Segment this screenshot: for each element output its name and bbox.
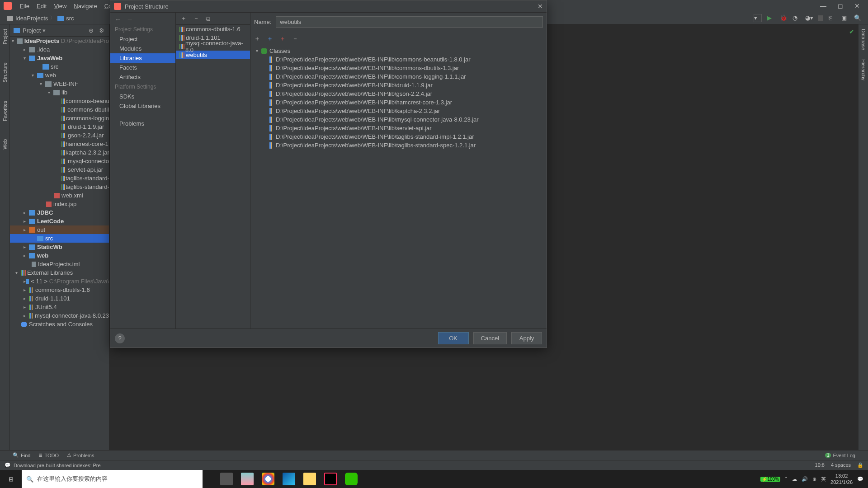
tree-jar[interactable]: mysql-connecto — [10, 157, 109, 165]
nav-global-libs[interactable]: Global Libraries — [110, 101, 175, 111]
task-view-icon[interactable] — [220, 473, 233, 485]
tree-jar[interactable]: hamcrest-core-1. — [10, 140, 109, 148]
tree-indexjsp[interactable]: index.jsp — [10, 200, 109, 208]
wechat-icon[interactable] — [345, 473, 358, 485]
cancel-button[interactable]: Cancel — [473, 332, 507, 344]
breadcrumb-root[interactable]: IdeaProjects — [15, 15, 48, 22]
tree-root[interactable]: ▾IdeaProjects D:\Project\IdeaPro — [10, 37, 109, 45]
intellij-icon[interactable] — [324, 473, 337, 485]
tab-eventlog[interactable]: 1Event Log — [825, 453, 855, 458]
classes-node[interactable]: ▾Classes — [254, 47, 543, 55]
tree-out[interactable]: ▸out — [10, 225, 109, 234]
tool-project[interactable]: Project — [2, 29, 8, 44]
add-excl-icon[interactable]: ＋ — [279, 35, 286, 43]
tree-webxml[interactable]: web.xml — [10, 191, 109, 200]
tree-jar[interactable]: commons-beanu — [10, 97, 109, 105]
tree-javaweb[interactable]: ▾JavaWeb — [10, 54, 109, 62]
volume-icon[interactable]: 🔊 — [802, 476, 808, 482]
tool-web[interactable]: Web — [2, 139, 8, 149]
tab-find[interactable]: 🔍Find — [13, 452, 30, 458]
tree-src2[interactable]: src — [10, 234, 109, 243]
tree-scratches[interactable]: Scratches and Consoles — [10, 320, 109, 328]
menu-file[interactable]: File — [16, 3, 33, 9]
close-icon[interactable]: ✕ — [538, 3, 543, 10]
start-button[interactable]: ⊞ — [0, 470, 22, 488]
tree-extlib[interactable]: ▸mysql-connector-java-8.0.23 — [10, 311, 109, 320]
profiler-icon[interactable]: ◕▾ — [805, 14, 812, 22]
nav-facets[interactable]: Facets — [110, 63, 175, 72]
tree-jar[interactable]: commons-dbutil — [10, 105, 109, 114]
run-config-dropdown[interactable]: ▾ — [754, 14, 762, 22]
tree-jar[interactable]: servlet-api.jar — [10, 165, 109, 174]
network-icon[interactable]: ⊕ — [812, 476, 816, 482]
tree-staticwb[interactable]: ▸StaticWb — [10, 243, 109, 251]
forward-icon[interactable]: → — [127, 16, 133, 23]
nav-project[interactable]: Project — [110, 34, 175, 44]
tree-extlib[interactable]: ▸commons-dbutils-1.6 — [10, 286, 109, 294]
jar-path[interactable]: D:\Project\IdeaProjects\web\web\WEB-INF\… — [254, 55, 543, 64]
chrome-icon[interactable] — [262, 473, 274, 485]
tree-jar[interactable]: gson-2.2.4.jar — [10, 131, 109, 140]
jar-path[interactable]: D:\Project\IdeaProjects\web\web\WEB-INF\… — [254, 98, 543, 107]
tree-web2[interactable]: ▸web — [10, 251, 109, 260]
tree-jar[interactable]: taglibs-standard- — [10, 174, 109, 183]
remove-icon[interactable]: － — [193, 14, 199, 23]
onedrive-icon[interactable]: ☁ — [792, 476, 797, 482]
tree-iml[interactable]: IdeaProjects.iml — [10, 260, 109, 268]
add-icon[interactable]: ＋ — [254, 35, 260, 43]
coverage-icon[interactable]: ◔ — [793, 14, 800, 22]
menu-view[interactable]: View — [50, 3, 70, 9]
tree-jar[interactable]: commons-loggin — [10, 114, 109, 122]
clock[interactable]: 13:02 2021/1/26 — [830, 473, 853, 485]
remove-icon[interactable]: － — [292, 35, 298, 43]
nav-problems[interactable]: Problems — [110, 119, 175, 128]
tab-todo[interactable]: ≣TODO — [38, 452, 59, 458]
notifications-icon[interactable]: 💬 — [857, 476, 863, 482]
tool-favorites[interactable]: Favorites — [2, 101, 8, 121]
tool-structure[interactable]: Structure — [2, 62, 8, 83]
jar-path[interactable]: D:\Project\IdeaProjects\web\web\WEB-INF\… — [254, 107, 543, 115]
battery-icon[interactable]: ⚡100% — [760, 477, 780, 482]
chevron-up-icon[interactable]: ˄ — [785, 476, 788, 482]
ime-indicator[interactable]: 英 — [821, 476, 826, 483]
tree-extlib[interactable]: ▸druid-1.1.101 — [10, 294, 109, 303]
debug-icon[interactable]: 🐞 — [780, 14, 787, 22]
indent-setting[interactable]: 4 spaces — [831, 462, 851, 468]
explorer-icon[interactable] — [303, 473, 316, 485]
tree-extlib[interactable]: ▸JUnit5.4 — [10, 303, 109, 311]
tab-problems[interactable]: ⚠Problems — [67, 452, 94, 458]
lock-icon[interactable]: 🔒 — [857, 462, 863, 468]
help-button[interactable]: ? — [115, 333, 125, 343]
stop-icon[interactable] — [818, 15, 823, 21]
nav-artifacts[interactable]: Artifacts — [110, 72, 175, 82]
ok-button[interactable]: OK — [438, 332, 469, 344]
tool-database[interactable]: Database — [861, 29, 866, 50]
library-item[interactable]: commons-dbutils-1.6 — [176, 25, 250, 33]
close-button[interactable]: ✕ — [854, 2, 860, 9]
jar-path[interactable]: D:\Project\IdeaProjects\web\web\WEB-INF\… — [254, 72, 543, 81]
jar-path[interactable]: D:\Project\IdeaProjects\web\web\WEB-INF\… — [254, 64, 543, 72]
back-icon[interactable]: ← — [115, 16, 121, 23]
menu-navigate[interactable]: Navigate — [70, 3, 100, 9]
library-item[interactable]: mysql-connector-java-8.0 — [176, 42, 250, 51]
tree-jar[interactable]: taglibs-standard- — [10, 183, 109, 191]
locate-icon[interactable]: ⊕ — [87, 27, 94, 34]
taskbar-search[interactable]: 🔍 在这里输入你要搜索的内容 — [22, 470, 203, 488]
tree-jdbc[interactable]: ▸JDBC — [10, 208, 109, 217]
jar-path[interactable]: D:\Project\IdeaProjects\web\web\WEB-INF\… — [254, 89, 543, 98]
edge-icon[interactable] — [283, 473, 295, 485]
tree-jar[interactable]: kaptcha-2.3.2.jar — [10, 148, 109, 157]
update-icon[interactable]: ▣ — [841, 14, 849, 22]
jar-path[interactable]: D:\Project\IdeaProjects\web\web\WEB-INF\… — [254, 124, 543, 132]
tree-leetcode[interactable]: ▸LeetCode — [10, 217, 109, 225]
jar-path[interactable]: D:\Project\IdeaProjects\web\web\WEB-INF\… — [254, 141, 543, 150]
tree-src[interactable]: src — [10, 62, 109, 71]
copy-icon[interactable]: ⧉ — [206, 15, 210, 23]
jar-path[interactable]: D:\Project\IdeaProjects\web\web\WEB-INF\… — [254, 81, 543, 89]
search-icon[interactable]: 🔍 — [854, 14, 861, 22]
menu-edit[interactable]: Edit — [33, 3, 50, 9]
tree-external[interactable]: ▾External Libraries — [10, 268, 109, 277]
tree-webinf[interactable]: ▾WEB-INF — [10, 80, 109, 88]
tree-lib[interactable]: ▾lib — [10, 88, 109, 97]
add-url-icon[interactable]: ＋ — [267, 35, 273, 43]
